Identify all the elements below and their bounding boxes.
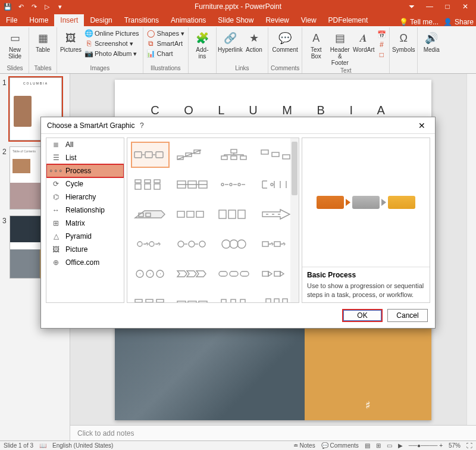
layout-arrow-chevron[interactable]: [257, 261, 296, 287]
layout-interconnected[interactable]: [215, 231, 253, 257]
textbox-button[interactable]: AText Box: [305, 29, 327, 61]
category-matrix[interactable]: ⊞Matrix: [46, 217, 124, 230]
layout-stepped[interactable]: [173, 290, 212, 303]
zoom-level[interactable]: 57%: [449, 442, 461, 449]
tab-view[interactable]: View: [295, 14, 322, 26]
layout-emphasis[interactable]: [131, 231, 170, 257]
start-icon[interactable]: ▷: [42, 1, 52, 12]
screenshot-button[interactable]: ⎘Screenshot ▾: [83, 39, 140, 48]
svg-rect-16: [145, 184, 151, 189]
category-picture[interactable]: 🖼Picture: [46, 243, 124, 256]
layout-converging[interactable]: [173, 231, 212, 257]
table-button[interactable]: ▦ Table: [32, 29, 54, 54]
layout-chevron[interactable]: [173, 261, 212, 287]
layout-arrow-ribbon[interactable]: [257, 231, 296, 257]
ok-button[interactable]: OK: [342, 309, 383, 322]
zoom-slider[interactable]: ──●──── +: [409, 442, 443, 449]
fit-window-icon[interactable]: ⛶: [466, 442, 472, 449]
svg-point-34: [137, 242, 142, 246]
tab-slideshow[interactable]: Slide Show: [212, 14, 259, 26]
preview-description: Use to show a progression or sequential …: [307, 282, 425, 299]
symbols-button[interactable]: ΩSymbols: [392, 29, 415, 54]
svg-rect-14: [135, 184, 141, 189]
comment-button[interactable]: 💬 Comment: [274, 29, 296, 54]
online-pictures-button[interactable]: 🌐Online Pictures: [83, 29, 140, 38]
qat-dropdown-icon[interactable]: ▾: [55, 1, 65, 12]
view-normal-icon[interactable]: ▤: [365, 442, 370, 449]
tab-transitions[interactable]: Transitions: [118, 14, 165, 26]
category-pyramid[interactable]: △Pyramid: [46, 230, 124, 243]
tab-home[interactable]: Home: [23, 14, 54, 26]
vertical-scrollbar[interactable]: [466, 74, 476, 425]
layout-process-list[interactable]: [215, 201, 253, 227]
view-reading-icon[interactable]: ▭: [387, 442, 392, 449]
ribbon-options-icon[interactable]: ⏷: [403, 1, 420, 12]
category-all[interactable]: ≣All: [46, 138, 124, 151]
media-button[interactable]: 🔊Media: [420, 29, 443, 54]
layout-org[interactable]: [215, 142, 253, 168]
action-button[interactable]: ★ Action: [243, 29, 265, 54]
layout-increasing-arrow[interactable]: [131, 201, 170, 227]
layout-big-arrow[interactable]: [257, 201, 296, 227]
category-office[interactable]: ⊕Office.com: [46, 256, 124, 269]
layout-double-row[interactable]: [131, 290, 170, 303]
category-hierarchy[interactable]: ⌬Hierarchy: [46, 190, 124, 204]
layout-accent[interactable]: [215, 171, 253, 198]
chart-button[interactable]: 📊Chart: [146, 49, 186, 58]
pictures-button[interactable]: 🖼 Pictures: [60, 29, 82, 54]
layout-segmented[interactable]: [173, 171, 212, 198]
layout-detailed[interactable]: [131, 171, 170, 198]
object-button[interactable]: □: [376, 50, 387, 60]
layout-pills[interactable]: [215, 261, 253, 287]
layout-grid[interactable]: [215, 290, 253, 303]
new-slide-button[interactable]: ▭ New Slide: [4, 29, 26, 61]
tab-insert[interactable]: Insert: [54, 14, 84, 26]
close-icon[interactable]: ✕: [457, 1, 474, 12]
dialog-title: Choose a SmartArt Graphic: [47, 121, 134, 130]
cancel-button[interactable]: Cancel: [387, 309, 428, 322]
header-footer-button[interactable]: ▤Header & Footer: [328, 29, 351, 67]
layout-alternating[interactable]: [257, 171, 296, 198]
smartart-button[interactable]: ⧉SmartArt: [146, 39, 186, 48]
dialog-help-icon[interactable]: ?: [134, 118, 149, 133]
addins-button[interactable]: 🧩 Add- ins: [191, 29, 214, 61]
layout-continuous-arrow[interactable]: [173, 201, 212, 227]
dialog-titlebar: Choose a SmartArt Graphic ? ✕: [41, 117, 435, 134]
tab-file[interactable]: File: [0, 14, 23, 26]
slide-number-button[interactable]: #: [376, 40, 387, 49]
view-slideshow-icon[interactable]: ▶: [398, 442, 403, 449]
photo-album-button[interactable]: 📷Photo Album ▾: [83, 49, 140, 58]
minimize-icon[interactable]: —: [421, 1, 438, 12]
notes-toggle[interactable]: ≐ Notes: [293, 442, 315, 449]
spell-check-icon[interactable]: 📖: [39, 442, 46, 449]
category-cycle[interactable]: ⟳Cycle: [46, 177, 124, 190]
shapes-button[interactable]: ◯Shapes ▾: [146, 29, 186, 38]
tab-pdfelement[interactable]: PDFelement: [322, 14, 374, 26]
hyperlink-button[interactable]: 🔗 Hyperlink: [219, 29, 242, 54]
maximize-icon[interactable]: □: [439, 1, 456, 12]
language[interactable]: English (United States): [52, 442, 113, 449]
layout-descending[interactable]: [257, 142, 296, 168]
tell-me[interactable]: 💡 Tell me...: [399, 18, 439, 26]
wordart-button[interactable]: 𝑨WordArt: [352, 29, 375, 54]
tab-animations[interactable]: Animations: [165, 14, 212, 26]
comments-toggle[interactable]: 💬 Comments: [321, 442, 359, 449]
category-list[interactable]: ☰List: [46, 151, 124, 164]
tab-design[interactable]: Design: [84, 14, 118, 26]
layout-basic-process[interactable]: [131, 142, 170, 168]
date-time-button[interactable]: 📅: [376, 30, 387, 39]
save-icon[interactable]: 💾: [2, 1, 13, 12]
layout-circle-process[interactable]: [131, 261, 170, 287]
layout-step-up[interactable]: [173, 142, 212, 168]
view-sorter-icon[interactable]: ⊞: [376, 442, 381, 449]
share-button[interactable]: 👤 Share: [443, 18, 474, 26]
tab-review[interactable]: Review: [259, 14, 295, 26]
dialog-close-icon[interactable]: ✕: [415, 118, 429, 133]
category-relationship[interactable]: ↔Relationship: [46, 204, 124, 217]
category-process[interactable]: ∘∘∘Process: [46, 164, 124, 177]
gallery-scrollbar[interactable]: [290, 138, 299, 302]
layout-vertical[interactable]: [257, 290, 296, 303]
redo-icon[interactable]: ↷: [29, 1, 39, 12]
notes-pane[interactable]: Click to add notes: [70, 425, 476, 440]
undo-icon[interactable]: ↶: [15, 1, 26, 12]
